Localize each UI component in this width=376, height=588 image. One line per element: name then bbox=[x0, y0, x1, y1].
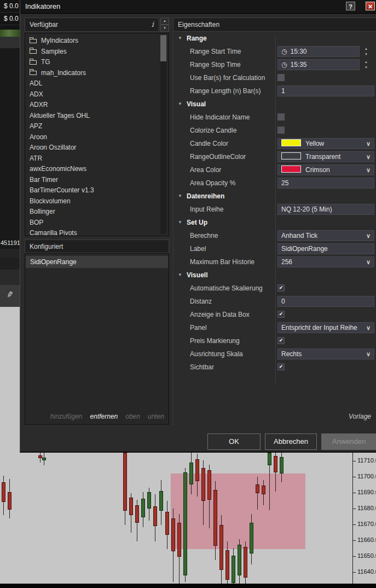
scrollbar-thumb[interactable] bbox=[160, 35, 166, 61]
candle-body bbox=[171, 518, 175, 551]
action-entfernen[interactable]: entfernen bbox=[90, 413, 118, 420]
text-field[interactable]: 1 bbox=[277, 85, 374, 96]
scroll-up-icon[interactable]: ▲ bbox=[160, 18, 169, 25]
help-button[interactable]: ? bbox=[346, 2, 355, 10]
dropdown[interactable]: 256∨ bbox=[277, 256, 374, 267]
time-spinner[interactable]: ▲▼ bbox=[362, 59, 371, 70]
indicator-list-item[interactable]: Camarilla Pivots bbox=[25, 228, 169, 236]
indicator-list-item[interactable]: BOP bbox=[25, 218, 169, 229]
checkbox[interactable]: ✔ bbox=[277, 284, 285, 292]
axis-tick bbox=[353, 572, 356, 573]
axis-tick-label: 11640.0 bbox=[357, 568, 376, 575]
axis-tick-label: 11670.0 bbox=[357, 521, 376, 527]
abbrechen-button[interactable]: Abbrechen bbox=[265, 433, 317, 450]
folder-icon bbox=[30, 39, 37, 43]
indicator-list-item[interactable]: ADL bbox=[25, 78, 169, 89]
candle-body bbox=[189, 463, 193, 484]
dialog-titlebar[interactable]: Indikatoren ? ✕ bbox=[20, 0, 376, 14]
price-chart[interactable]: 11710.011700.011690.011680.011670.011660… bbox=[0, 453, 376, 588]
order-number-label: 451191 bbox=[0, 237, 20, 249]
property-label: Input Reihe bbox=[190, 203, 223, 216]
spinner-up-icon[interactable]: ▲ bbox=[362, 46, 371, 52]
indicator-folder-item[interactable]: mah_Indicators bbox=[25, 68, 169, 79]
indicator-item-label: ADXR bbox=[30, 100, 48, 111]
properties-panel: ▼RangeRange Start Time◷15:30▲▼Range Stop… bbox=[173, 32, 376, 425]
scrollbar[interactable] bbox=[160, 35, 166, 233]
indicator-list-item[interactable]: Bollinger bbox=[25, 207, 169, 218]
section-header[interactable]: ▼Visuell bbox=[173, 269, 376, 282]
property-row: Preis Markierung✔ bbox=[173, 334, 376, 347]
dropdown[interactable]: Entspricht der Input Reihe∨ bbox=[277, 322, 374, 333]
field-value: Crimson bbox=[305, 166, 330, 174]
field-value: NQ 12-20 (5 Min) bbox=[281, 205, 332, 213]
indicator-list-item[interactable]: ADX bbox=[25, 89, 169, 100]
close-button[interactable]: ✕ bbox=[366, 2, 375, 10]
indicator-list-item[interactable]: Aroon bbox=[25, 132, 169, 143]
indicator-list-item[interactable]: Aktueller Tages OHL bbox=[25, 111, 169, 122]
expander-icon[interactable]: ▼ bbox=[178, 190, 182, 203]
checkbox[interactable] bbox=[277, 113, 285, 121]
expander-icon[interactable]: ▼ bbox=[178, 32, 182, 45]
time-spinner[interactable]: ▲▼ bbox=[362, 46, 371, 57]
property-label: Ausrichtung Skala bbox=[190, 347, 243, 361]
indicator-list-item[interactable]: ADXR bbox=[25, 100, 169, 111]
color-dropdown[interactable]: Transparent∨ bbox=[277, 151, 374, 162]
section-title: Visuell bbox=[187, 269, 207, 282]
indicator-list-item[interactable]: BarTimerCounter v1.3 bbox=[25, 185, 169, 196]
color-dropdown[interactable]: Yellow∨ bbox=[277, 138, 374, 149]
folder-icon bbox=[30, 60, 37, 65]
checkbox[interactable]: ✔ bbox=[277, 311, 285, 318]
scroll-down-icon[interactable]: ▼ bbox=[160, 25, 169, 32]
indicator-list-item[interactable]: APZ bbox=[25, 121, 169, 132]
indicator-list-item[interactable]: Aroon Oszillator bbox=[25, 142, 169, 153]
expander-icon[interactable]: ▼ bbox=[178, 269, 182, 282]
candle-body bbox=[256, 484, 259, 493]
dropdown[interactable]: Anhand Tick∨ bbox=[277, 230, 374, 241]
indicator-folder-item[interactable]: TG bbox=[25, 57, 169, 68]
dropdown[interactable]: Rechts∨ bbox=[277, 349, 374, 359]
indicator-folder-item[interactable]: Samples bbox=[25, 47, 169, 58]
checkbox[interactable]: ✔ bbox=[277, 363, 285, 370]
time-field[interactable]: ◷15:35 bbox=[277, 59, 360, 70]
action-hinzufügen[interactable]: hinzufügen bbox=[50, 413, 83, 420]
time-field[interactable]: ◷15:30 bbox=[277, 46, 360, 57]
property-row: Use Bar(s) for Calculation bbox=[173, 71, 376, 84]
section-header[interactable]: ▼Datenreihen bbox=[173, 190, 376, 203]
spinner-up-icon[interactable]: ▲ bbox=[362, 59, 371, 65]
property-row: Anzeige in Data Box✔ bbox=[173, 308, 376, 321]
configured-list[interactable]: SidiOpenRange hinzufügenentfernenobenunt… bbox=[25, 253, 169, 425]
spinner-down-icon[interactable]: ▼ bbox=[362, 65, 371, 70]
ok-button[interactable]: OK bbox=[207, 433, 261, 450]
indicator-list-item[interactable]: ATR bbox=[25, 153, 169, 164]
candle-body bbox=[129, 498, 133, 515]
section-header[interactable]: ▼Visual bbox=[173, 98, 376, 111]
property-row: Range Start Time◷15:30▲▼ bbox=[173, 45, 376, 58]
spinner-down-icon[interactable]: ▼ bbox=[362, 52, 371, 57]
property-row: Range Length (n) Bar(s)1 bbox=[173, 84, 376, 98]
checkbox[interactable] bbox=[277, 127, 285, 134]
text-field[interactable]: SidiOpenRange bbox=[277, 243, 374, 254]
available-list[interactable]: MyIndicatorsSamplesTGmah_IndicatorsADLAD… bbox=[25, 33, 169, 236]
expander-icon[interactable]: ▼ bbox=[178, 98, 182, 111]
expander-icon[interactable]: ▼ bbox=[178, 216, 182, 229]
checkbox[interactable] bbox=[277, 74, 285, 81]
action-unten[interactable]: unten bbox=[148, 413, 164, 420]
indicator-list-item[interactable]: awxEconomicNews bbox=[25, 164, 169, 175]
section-header[interactable]: ▼Set Up bbox=[173, 216, 376, 229]
color-dropdown[interactable]: Crimson∨ bbox=[277, 164, 374, 175]
text-field[interactable]: 0 bbox=[277, 296, 374, 307]
indicator-list-item[interactable]: Blockvolumen bbox=[25, 196, 169, 207]
action-oben[interactable]: oben bbox=[125, 413, 140, 420]
indicator-folder-item[interactable]: MyIndicators bbox=[25, 36, 169, 47]
template-link[interactable]: Vorlage bbox=[349, 413, 371, 420]
indicator-list-item[interactable]: Bar Timer bbox=[25, 175, 169, 186]
text-field[interactable]: NQ 12-20 (5 Min) bbox=[277, 204, 374, 215]
text-field[interactable]: 25 bbox=[277, 178, 374, 189]
checkbox[interactable]: ✔ bbox=[277, 337, 285, 344]
section-header[interactable]: ▼Range bbox=[173, 32, 376, 45]
configured-item-selected[interactable]: SidiOpenRange bbox=[26, 256, 168, 268]
info-icon[interactable]: i bbox=[152, 18, 154, 31]
property-label: Label bbox=[190, 242, 206, 255]
property-row: Candle ColorYellow∨ bbox=[173, 137, 376, 150]
drawing-tool-button[interactable]: ✎ bbox=[0, 285, 20, 307]
